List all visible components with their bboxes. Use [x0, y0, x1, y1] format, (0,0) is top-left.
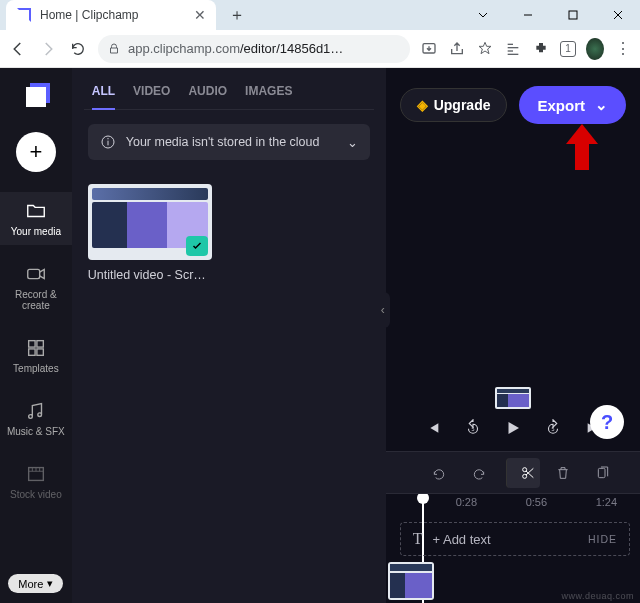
- rail-label: Stock video: [10, 489, 62, 500]
- tab-strip: Home | Clipchamp ✕ ＋: [0, 0, 460, 30]
- left-rail: + Your media Record & create Templates M…: [0, 68, 72, 603]
- notice-text: Your media isn't stored in the cloud: [126, 135, 320, 149]
- media-grid: Untitled video - Scre…: [84, 174, 374, 292]
- reload-button[interactable]: [68, 39, 88, 59]
- preview-thumbnail: [495, 387, 531, 409]
- playback-controls: 5 5: [424, 419, 602, 437]
- rail-music-sfx[interactable]: Music & SFX: [0, 392, 72, 445]
- editor-main: ◈ Upgrade Export ⌄ ‹ 5 5 ?: [386, 68, 640, 603]
- info-icon: [100, 134, 116, 150]
- minimize-button[interactable]: [505, 0, 550, 30]
- new-tab-button[interactable]: ＋: [224, 2, 250, 28]
- preview-area: ‹ 5 5 ?: [386, 132, 640, 451]
- rail-stock-video[interactable]: Stock video: [0, 455, 72, 508]
- export-label: Export: [537, 97, 585, 114]
- upgrade-button[interactable]: ◈ Upgrade: [400, 88, 508, 122]
- collapse-panel-handle[interactable]: ‹: [376, 292, 390, 328]
- tab-audio[interactable]: AUDIO: [188, 84, 227, 109]
- bookmark-star-icon[interactable]: [476, 40, 494, 58]
- folder-icon: [25, 200, 47, 222]
- time-tick: 0:56: [526, 496, 547, 508]
- timeline-toolbar: [386, 451, 640, 493]
- caret-down-button[interactable]: [460, 0, 505, 30]
- rail-templates[interactable]: Templates: [0, 329, 72, 382]
- chevron-down-icon: ▾: [47, 577, 53, 590]
- account-count-icon[interactable]: 1: [560, 41, 576, 57]
- clipchamp-app: + Your media Record & create Templates M…: [0, 68, 640, 603]
- tab-title: Home | Clipchamp: [40, 8, 186, 22]
- skip-start-button[interactable]: [424, 419, 442, 437]
- window-titlebar: Home | Clipchamp ✕ ＋: [0, 0, 640, 30]
- upgrade-label: Upgrade: [434, 97, 491, 113]
- maximize-button[interactable]: [550, 0, 595, 30]
- svg-rect-26: [598, 468, 605, 477]
- chevron-down-icon: ⌄: [347, 135, 358, 150]
- chevron-down-icon: ⌄: [595, 96, 608, 114]
- browser-tab[interactable]: Home | Clipchamp ✕: [6, 0, 216, 30]
- svg-text:5: 5: [551, 426, 554, 432]
- reader-icon[interactable]: [504, 40, 522, 58]
- undo-button[interactable]: [422, 458, 456, 488]
- rail-record-create[interactable]: Record & create: [0, 255, 72, 319]
- add-media-button[interactable]: +: [16, 132, 56, 172]
- svg-rect-13: [37, 349, 43, 355]
- rail-label: Templates: [13, 363, 59, 374]
- film-icon: [25, 463, 47, 485]
- media-filter-tabs: ALL VIDEO AUDIO IMAGES: [84, 84, 374, 110]
- rail-label: Record & create: [0, 289, 72, 311]
- toolbar-actions: 1 ⋮: [420, 40, 632, 58]
- share-icon[interactable]: [448, 40, 466, 58]
- close-tab-icon[interactable]: ✕: [194, 7, 206, 23]
- profile-avatar[interactable]: [586, 40, 604, 58]
- browser-addressbar: app.clipchamp.com/editor/14856d1… 1 ⋮: [0, 30, 640, 68]
- timeline-clip[interactable]: [388, 562, 434, 600]
- camera-icon: [25, 263, 47, 285]
- timeline[interactable]: 0:28 0:56 1:24 T + Add text HIDE www.deu…: [386, 493, 640, 603]
- hide-track-label[interactable]: HIDE: [588, 533, 617, 545]
- duplicate-button[interactable]: [586, 458, 620, 488]
- tab-images[interactable]: IMAGES: [245, 84, 292, 109]
- forward-button[interactable]: [38, 39, 58, 59]
- svg-rect-10: [29, 341, 35, 347]
- svg-rect-1: [569, 11, 577, 19]
- url-bar[interactable]: app.clipchamp.com/editor/14856d1…: [98, 35, 410, 63]
- templates-icon: [25, 337, 47, 359]
- redo-button[interactable]: [462, 458, 496, 488]
- install-app-icon[interactable]: [420, 40, 438, 58]
- rail-more-button[interactable]: More ▾: [8, 574, 63, 593]
- split-button[interactable]: [506, 458, 540, 488]
- window-controls: [460, 0, 640, 30]
- export-button[interactable]: Export ⌄: [519, 86, 626, 124]
- delete-button[interactable]: [546, 458, 580, 488]
- lock-icon: [108, 43, 120, 55]
- cloud-storage-notice[interactable]: Your media isn't stored in the cloud ⌄: [88, 124, 370, 160]
- play-button[interactable]: [504, 419, 522, 437]
- add-text-track[interactable]: T + Add text HIDE: [400, 522, 630, 556]
- in-timeline-check-icon: [186, 236, 208, 256]
- media-item[interactable]: Untitled video - Scre…: [88, 184, 212, 282]
- clipchamp-logo[interactable]: [21, 82, 51, 112]
- diamond-icon: ◈: [417, 97, 428, 113]
- kebab-menu-icon[interactable]: ⋮: [614, 40, 632, 58]
- forward-5s-button[interactable]: 5: [544, 419, 562, 437]
- clipchamp-favicon: [16, 7, 32, 23]
- music-icon: [25, 400, 47, 422]
- more-label: More: [18, 578, 43, 590]
- rail-your-media[interactable]: Your media: [0, 192, 72, 245]
- svg-rect-9: [28, 269, 40, 278]
- url-text: app.clipchamp.com/editor/14856d1…: [128, 41, 343, 56]
- back-button[interactable]: [8, 39, 28, 59]
- svg-rect-11: [37, 341, 43, 347]
- media-thumbnail: [88, 184, 212, 260]
- help-button[interactable]: ?: [590, 405, 624, 439]
- extensions-icon[interactable]: [532, 40, 550, 58]
- close-window-button[interactable]: [595, 0, 640, 30]
- time-tick: 0:28: [456, 496, 477, 508]
- rail-label: Your media: [11, 226, 61, 237]
- rewind-5s-button[interactable]: 5: [464, 419, 482, 437]
- tab-all[interactable]: ALL: [92, 84, 115, 110]
- svg-point-21: [107, 138, 108, 139]
- svg-rect-12: [29, 349, 35, 355]
- text-icon: T: [413, 530, 423, 548]
- tab-video[interactable]: VIDEO: [133, 84, 170, 109]
